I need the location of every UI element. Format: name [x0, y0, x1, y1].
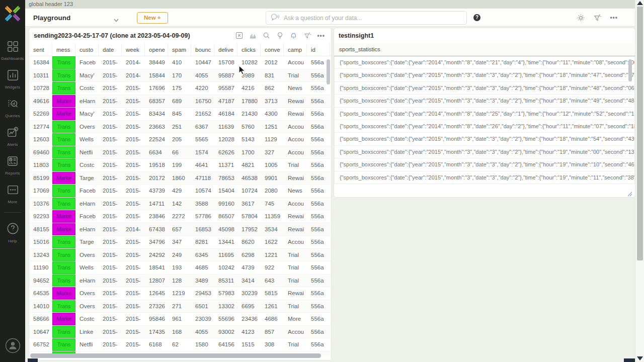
table-cell[interactable]: eHarn — [75, 198, 99, 210]
message-type-cell[interactable]: Trans — [52, 236, 75, 248]
table-cell[interactable]: 19518 — [145, 159, 168, 171]
table-cell[interactable]: 18541 — [145, 261, 168, 274]
table-cell[interactable]: 556a — [307, 249, 330, 261]
help-badge-icon[interactable]: ? — [473, 14, 480, 21]
table-cell[interactable]: eHarn — [75, 95, 99, 108]
table-cell[interactable]: 4055 — [191, 326, 214, 338]
table-cell[interactable]: Wells — [75, 261, 99, 274]
table-cell[interactable]: Trial — [284, 275, 307, 287]
table-cell[interactable]: 48155 — [29, 223, 52, 236]
table-cell[interactable]: Overs — [75, 249, 99, 261]
table-row[interactable]: 10376TranseHarn2015-2015-147111423588991… — [29, 198, 331, 211]
column-header-conve[interactable]: conve — [261, 43, 284, 56]
table-cell[interactable]: 1580 — [191, 338, 214, 351]
table-cell[interactable]: 45098 — [214, 223, 237, 236]
table-cell[interactable]: 831 — [261, 69, 284, 82]
scroll-down-arrow-icon[interactable] — [637, 356, 643, 361]
search-input[interactable] — [284, 15, 466, 22]
table-cell[interactable]: 2015- — [122, 172, 145, 185]
table-cell[interactable]: 2015- — [99, 69, 122, 82]
message-type-cell[interactable]: Marke — [52, 223, 75, 236]
page-vertical-scrollbar[interactable] — [635, 0, 644, 362]
zoom-search-icon[interactable] — [263, 32, 271, 40]
table-cell[interactable]: Rewai — [284, 223, 307, 236]
table-row[interactable]: 11803TransCostc2015-2015-195181994641113… — [29, 159, 331, 172]
table-cell[interactable]: 17952 — [237, 223, 261, 236]
table-cell[interactable]: 69460 — [29, 146, 52, 159]
table-cell[interactable]: 175 — [168, 82, 191, 95]
message-type-cell[interactable]: Trans — [52, 146, 75, 159]
column-header-mess[interactable]: mess — [52, 43, 75, 56]
insights-lightbulb-icon[interactable] — [276, 32, 284, 40]
table-cell[interactable]: 4216 — [237, 82, 261, 95]
table-cell[interactable]: 556a — [307, 236, 330, 248]
table-cell[interactable]: 556a — [307, 313, 330, 325]
table-cell[interactable]: Macy' — [75, 69, 99, 82]
table-cell[interactable]: 10724 — [237, 185, 261, 197]
table-cell[interactable]: 10311 — [29, 69, 52, 82]
table-cell[interactable]: 2015- — [122, 95, 145, 108]
message-type-cell[interactable]: Trans — [52, 185, 75, 197]
table-cell[interactable]: Linke — [75, 326, 99, 338]
table-cell[interactable]: Overs — [75, 121, 99, 133]
table-cell[interactable]: 64156 — [214, 338, 237, 351]
table-cell[interactable]: 327 — [261, 146, 284, 159]
widget-filter-funnel-icon[interactable] — [303, 32, 311, 40]
table-cell[interactable]: 2080 — [261, 185, 284, 197]
table-cell[interactable]: 29453 — [191, 287, 214, 300]
table-cell[interactable]: 2015- — [99, 300, 122, 313]
table-cell[interactable]: 66752 — [29, 338, 52, 351]
table-cell[interactable]: 64535 — [29, 287, 52, 300]
message-type-cell[interactable]: Trans — [52, 133, 75, 146]
column-header-id[interactable]: id — [307, 43, 330, 56]
table-cell[interactable]: 2015- — [122, 300, 145, 313]
table-cell[interactable]: 55696 — [214, 313, 237, 325]
insight-vertical-scrollbar[interactable] — [628, 59, 632, 81]
insight-json-row[interactable]: {"sports_boxscores":{"date":{"year":"201… — [335, 171, 634, 184]
insight-json-row[interactable]: {"sports_boxscores":{"date":{"year":"201… — [335, 56, 634, 69]
table-cell[interactable]: 2015- — [99, 159, 122, 171]
message-type-cell[interactable]: Marke — [52, 210, 75, 223]
table-cell[interactable]: 2015- — [122, 198, 145, 210]
table-cell[interactable]: 2015- — [99, 249, 122, 261]
table-cell[interactable]: Wells — [75, 133, 99, 146]
table-cell[interactable]: 5815 — [261, 287, 284, 300]
table-cell[interactable]: Accou — [284, 133, 307, 146]
table-cell[interactable]: 12807 — [145, 275, 168, 287]
scrollbar-thumb[interactable] — [30, 353, 321, 358]
table-cell[interactable]: 2015- — [99, 146, 122, 159]
table-cell[interactable]: Accou — [284, 56, 307, 69]
column-header-sent[interactable]: sent — [29, 43, 52, 56]
table-cell[interactable]: 62626 — [214, 146, 237, 159]
table-cell[interactable]: 3989 — [237, 69, 261, 82]
column-header-custo[interactable]: custo — [75, 43, 99, 56]
table-cell[interactable]: 249 — [168, 249, 191, 261]
table-cell[interactable]: Faceb — [75, 210, 99, 223]
table-cell[interactable]: 17696 — [145, 82, 168, 95]
table-cell[interactable]: 1251 — [261, 121, 284, 133]
table-cell[interactable]: 643 — [261, 275, 284, 287]
table-cell[interactable]: Faceb — [75, 185, 99, 197]
table-cell[interactable]: 58666 — [29, 313, 52, 325]
table-cell[interactable]: 6634 — [145, 146, 168, 159]
table-cell[interactable]: 94652 — [29, 275, 52, 287]
table-cell[interactable]: 2015- — [122, 185, 145, 197]
table-cell[interactable]: 556a — [307, 210, 330, 223]
table-cell[interactable]: 2015- — [122, 261, 145, 274]
table-cell[interactable]: 205 — [168, 133, 191, 146]
table-cell[interactable]: 845 — [168, 108, 191, 120]
table-cell[interactable]: 11695 — [214, 249, 237, 261]
widget-more-icon[interactable]: ••• — [317, 32, 325, 39]
table-cell[interactable]: 3588 — [191, 198, 214, 210]
table-cell[interactable]: 347 — [168, 236, 191, 248]
table-cell[interactable]: 10242 — [214, 261, 237, 274]
sidebar-item-alerts[interactable]: Alerts — [0, 122, 25, 151]
table-cell[interactable]: 2015- — [99, 56, 122, 69]
table-row[interactable]: 94652TranseHarn2015-2015-128071283489853… — [29, 275, 331, 288]
table-cell[interactable]: 14010 — [29, 300, 52, 313]
table-cell[interactable]: 6501 — [191, 300, 214, 313]
table-cell[interactable]: 2015- — [99, 95, 122, 108]
table-cell[interactable]: 2015- — [122, 108, 145, 120]
column-header-delive[interactable]: delive — [214, 43, 237, 56]
column-header-week[interactable]: week — [122, 43, 145, 56]
